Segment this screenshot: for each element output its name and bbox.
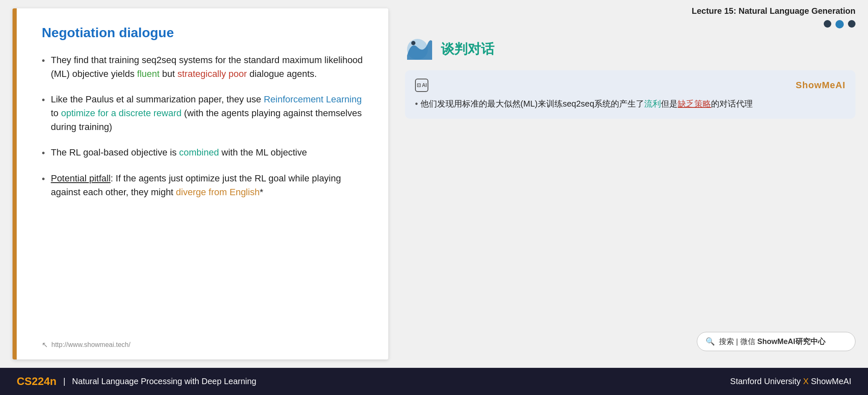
rl-text: Reinforcement Learning [264,94,362,104]
optimize-text: optimize for a discrete reward [61,108,182,118]
university-name: Stanford University [730,377,801,386]
dot-2 [835,20,844,28]
showmeai-brand: ShowMeAI [796,80,845,91]
chinese-title: 谈判对话 [441,40,494,59]
pitfall-label: Potential pitfall [51,173,111,183]
x-symbol: X [803,377,811,386]
footer-right: Stanford University X ShowMeAI [730,377,851,386]
chat-suffix: 的对话代理 [711,99,753,108]
bullet-item-3: The RL goal-based objective is combined … [42,145,367,160]
footer-brand: ShowMeAI [811,377,851,386]
footer-left: CS224n | Natural Language Processing wit… [17,375,256,388]
svg-point-0 [411,41,415,45]
diverge-text: diverge from English [176,187,260,197]
fluent-text: fluent [137,69,159,79]
combined-text: combined [179,147,219,158]
dot-3 [848,20,855,28]
chat-list-item: 他们发现用标准的最大似然(ML)来训练seq2seq系统的产生了流利但是缺乏策略… [415,97,845,110]
slide-url: ↖ http://www.showmeai.tech/ [42,340,130,349]
search-bar[interactable]: 🔍 搜索 | 微信 ShowMeAI研究中心 [697,332,855,351]
bullet-item-1: They find that training seq2seq systems … [42,53,367,81]
dots-row [405,20,855,28]
bullet-content-2: Like the Paulus et al summarization pape… [51,92,367,134]
cursor-icon: ↖ [42,340,48,349]
wave-icon [405,37,434,62]
bullet-item-2: Like the Paulus et al summarization pape… [42,92,367,134]
slide-panel: Negotiation dialogue They find that trai… [13,8,388,359]
slide-title: Negotiation dialogue [42,25,367,41]
url-text: http://www.showmeai.tech/ [51,341,130,349]
wave-svg [405,37,434,62]
chat-middle: 但是 [661,99,678,108]
lecture-title: Lecture 15: Natural Language Generation [405,4,855,16]
chat-prefix: 他们发现用标准的最大似然(ML)来训练seq2seq系统的产生了 [420,99,645,108]
chat-fluent: 流利 [644,99,661,108]
search-icon: 🔍 [706,337,715,346]
chat-content: 他们发现用标准的最大似然(ML)来训练seq2seq系统的产生了流利但是缺乏策略… [415,97,845,110]
ai-label: ⊡ AI [417,82,427,88]
course-code: CS224n [17,375,56,388]
bullet-content-3: The RL goal-based objective is combined … [51,145,307,159]
strategically-poor-text: strategically poor [177,69,247,79]
search-text: 搜索 | 微信 ShowMeAI研究中心 [719,336,825,347]
right-panel: Lecture 15: Natural Language Generation … [397,0,868,368]
bullet-item-4: Potential pitfall: If the agents just op… [42,171,367,199]
footer: CS224n | Natural Language Processing wit… [0,368,868,395]
course-name: Natural Language Processing with Deep Le… [72,377,256,386]
bullet-content-4: Potential pitfall: If the agents just op… [51,171,367,199]
chat-poor: 缺乏策略 [678,99,711,108]
chat-bubble: ⊡ AI ShowMeAI 他们发现用标准的最大似然(ML)来训练seq2seq… [405,70,855,119]
chat-header: ⊡ AI ShowMeAI [415,79,845,92]
bullet-content-1: They find that training seq2seq systems … [51,53,367,81]
chinese-section: 谈判对话 [405,37,855,62]
footer-divider: | [63,377,65,386]
bullet-list: They find that training seq2seq systems … [42,53,367,199]
ai-icon: ⊡ AI [415,79,428,92]
dot-1 [824,20,831,28]
